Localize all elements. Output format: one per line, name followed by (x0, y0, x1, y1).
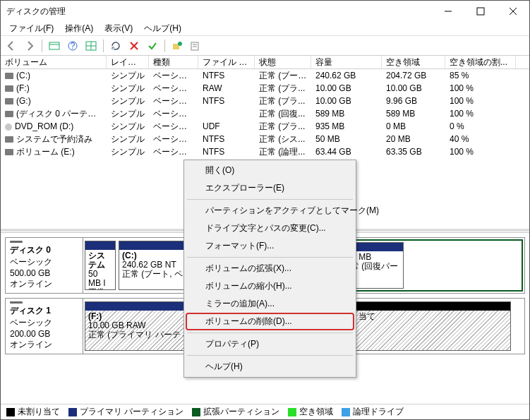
volume-name-cell: システムで予約済み (1, 133, 107, 145)
column-header[interactable]: ファイル システム (198, 56, 255, 68)
column-header[interactable]: 空き領域の割... (445, 56, 516, 68)
cell: 100 % (445, 95, 516, 107)
disk-icon (10, 301, 23, 304)
column-header[interactable]: 状態 (255, 56, 311, 68)
partition[interactable]: 割り当て (338, 301, 511, 351)
volume-row[interactable]: (C:)シンプルベーシックNTFS正常 (ブート...240.62 GB204.… (1, 69, 529, 82)
cell: ベーシック (149, 107, 198, 120)
ctx-explorer[interactable]: エクスプローラー(E) (186, 179, 354, 197)
apply-icon[interactable] (145, 38, 160, 54)
drive-icon (5, 111, 13, 117)
volume-name-cell: (F:) (1, 82, 107, 95)
help-icon[interactable]: ? (65, 38, 80, 54)
disk-info-line: 500.00 GB (10, 268, 78, 278)
partition[interactable]: システム50 MB I正常 (シ (85, 241, 116, 290)
cell: シンプル (107, 82, 149, 95)
ctx-separator (187, 257, 353, 258)
volume-name-cell: (ディスク 0 パーティシ... (1, 107, 107, 120)
partition-body: システム50 MB I正常 (シ (85, 250, 115, 289)
toolbar-view-icon[interactable] (47, 38, 62, 54)
cell: 63.35 GB (382, 145, 445, 158)
ctx-delete-volume[interactable]: ボリュームの削除(D)... (186, 313, 354, 330)
disk-info-line: オンライン (10, 278, 78, 290)
legend-label: プライマリ パーティション (80, 406, 183, 418)
cell: 正常 (プラ... (255, 95, 311, 107)
volume-row[interactable]: (G:)シンプルベーシックNTFS正常 (プラ...10.00 GB9.96 G… (1, 95, 529, 107)
legend-swatch-logical (342, 408, 350, 416)
cell: 100 % (445, 82, 516, 95)
menu-file[interactable]: ファイル(F) (5, 21, 58, 36)
disk-info[interactable]: ディスク 0ベーシック500.00 GBオンライン (6, 238, 83, 293)
volume-row[interactable]: システムで予約済みシンプルベーシックNTFS正常 (シス...50 MB20 M… (1, 133, 529, 145)
disk-info[interactable]: ディスク 1ベーシック200.00 GBオンライン (6, 299, 83, 354)
volume-row[interactable]: (ディスク 0 パーティシ...シンプルベーシック正常 (回復...589 MB… (1, 107, 529, 120)
properties-icon[interactable] (188, 38, 203, 54)
menubar: ファイル(F) 操作(A) 表示(V) ヘルプ(H) (1, 22, 529, 36)
svg-text:?: ? (71, 41, 76, 51)
cell: NTFS (198, 69, 255, 82)
column-header[interactable]: 容量 (311, 56, 382, 68)
column-header[interactable]: レイアウト (107, 56, 149, 68)
menu-view[interactable]: 表示(V) (100, 21, 137, 36)
svg-rect-4 (49, 42, 59, 49)
disk-info-line: ベーシック (10, 317, 78, 329)
forward-button[interactable] (22, 38, 37, 54)
toolbar-grid-icon[interactable] (83, 38, 99, 54)
new-volume-icon[interactable] (169, 38, 185, 54)
legend: 未割り当て プライマリ パーティション 拡張パーティション 空き領域 論理ドライ… (1, 404, 529, 419)
partition-body: 割り当て (339, 311, 510, 350)
minimize-button[interactable] (432, 1, 464, 22)
ctx-change-letter[interactable]: ドライブ文字とパスの変更(C)... (186, 220, 354, 237)
menu-help[interactable]: ヘルプ(H) (140, 21, 186, 36)
delete-icon[interactable] (126, 38, 142, 54)
cell: 100 % (445, 145, 516, 158)
ctx-open[interactable]: 開く(O) (186, 162, 354, 179)
ctx-mark-active[interactable]: パーティションをアクティブとしてマーク(M) (186, 202, 354, 220)
volume-row[interactable]: (F:)シンプルベーシックRAW正常 (プラ...10.00 GB10.00 G… (1, 82, 529, 95)
close-button[interactable] (497, 1, 529, 22)
cell: シンプル (107, 107, 149, 120)
partition-body: (C:)240.62 GB NT正常 (ブート, ペ (119, 250, 188, 289)
column-header[interactable]: 空き領域 (382, 56, 445, 68)
cell: シンプル (107, 95, 149, 107)
disk-info-line: ベーシック (10, 256, 78, 268)
cell (198, 107, 255, 120)
volume-name-cell: DVD_ROM (D:) (1, 120, 107, 133)
cell: 10.00 GB (382, 82, 445, 95)
ctx-mirror[interactable]: ミラーの追加(A)... (186, 295, 354, 313)
back-button[interactable] (4, 38, 19, 54)
partition[interactable]: (C:)240.62 GB NT正常 (ブート, ペ (119, 241, 189, 290)
maximize-button[interactable] (464, 1, 497, 22)
cell: シンプル (107, 133, 149, 145)
cell: シンプル (107, 69, 149, 82)
cell: 0 MB (382, 120, 445, 133)
toolbar-separator (164, 40, 165, 52)
cell: 589 MB (382, 107, 445, 120)
ctx-extend[interactable]: ボリュームの拡張(X)... (186, 260, 354, 277)
cell: UDF (198, 120, 255, 133)
column-header[interactable]: ボリューム (1, 56, 107, 68)
disk-icon (10, 241, 23, 243)
ctx-separator (187, 332, 353, 333)
menu-action[interactable]: 操作(A) (61, 21, 97, 36)
volume-row[interactable]: DVD_ROM (D:)シンプルベーシックUDF正常 (プラ...935 MB0… (1, 120, 529, 133)
ctx-format[interactable]: フォーマット(F)... (186, 237, 354, 255)
refresh-icon[interactable] (108, 38, 124, 54)
svg-rect-1 (477, 8, 484, 15)
cell: 100 % (445, 107, 516, 120)
cell: 63.44 GB (311, 145, 382, 158)
ctx-help[interactable]: ヘルプ(H) (186, 358, 354, 376)
ctx-shrink[interactable]: ボリュームの縮小(H)... (186, 277, 354, 295)
cell: ベーシック (149, 120, 198, 133)
volume-row[interactable]: ボリューム (E:)シンプルベーシックNTFS正常 (論理...63.44 GB… (1, 145, 529, 158)
cell: シンプル (107, 120, 149, 133)
ctx-properties[interactable]: プロパティ(P) (186, 335, 354, 353)
disk-info-line: 200.00 GB (10, 329, 78, 339)
dvd-icon (5, 124, 12, 131)
titlebar: ディスクの管理 (1, 1, 529, 22)
cell: NTFS (198, 95, 255, 107)
column-header[interactable]: 種類 (149, 56, 198, 68)
drive-icon (5, 136, 13, 143)
legend-label: 空き領域 (299, 406, 333, 418)
cell: 935 MB (311, 120, 382, 133)
